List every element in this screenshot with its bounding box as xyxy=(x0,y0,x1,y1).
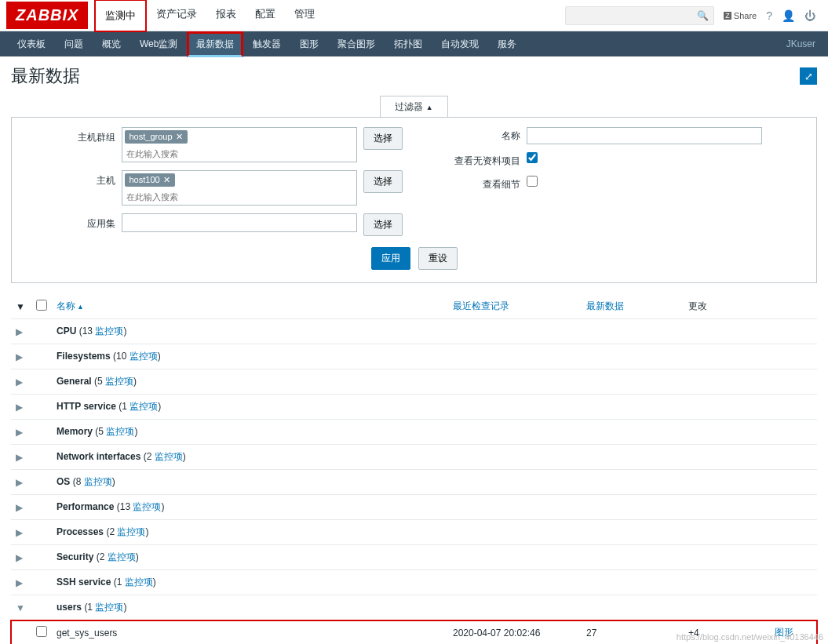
hostgroup-select-button[interactable]: 选择 xyxy=(363,127,403,150)
monitor-items-link[interactable]: 监控项 xyxy=(155,451,183,462)
category-count: (1 监控项) xyxy=(114,577,156,588)
appset-input[interactable] xyxy=(122,213,357,232)
host-label: 主机 xyxy=(67,170,115,187)
host-select[interactable]: host100✕ xyxy=(122,170,357,206)
hostgroup-search-input[interactable] xyxy=(122,146,348,162)
category-row: ▶HTTP service (1 监控项) xyxy=(11,395,817,420)
details-checkbox[interactable] xyxy=(527,176,538,187)
logout-icon[interactable]: ⏻ xyxy=(804,9,815,22)
host-tag-remove-icon[interactable]: ✕ xyxy=(163,175,170,184)
subnav-item-10[interactable]: 服务 xyxy=(488,31,526,57)
hostgroup-tag-label: host_group xyxy=(129,132,173,141)
name-input[interactable] xyxy=(527,127,762,144)
expand-toggle[interactable]: ▶ xyxy=(11,495,31,520)
topnav-item-0[interactable]: 监测中 xyxy=(94,0,147,32)
item-last-data: 27 xyxy=(582,620,684,645)
subnav-item-8[interactable]: 拓扑图 xyxy=(385,31,432,57)
appset-label: 应用集 xyxy=(67,213,115,231)
subnav-item-1[interactable]: 问题 xyxy=(55,31,93,57)
category-row: ▶General (5 监控项) xyxy=(11,369,817,395)
monitor-items-link[interactable]: 监控项 xyxy=(84,476,112,487)
current-user[interactable]: JKuser xyxy=(786,38,820,49)
expand-toggle[interactable]: ▶ xyxy=(11,319,31,344)
host-select-button[interactable]: 选择 xyxy=(363,170,403,193)
expand-toggle[interactable]: ▶ xyxy=(11,570,31,595)
select-all-checkbox[interactable] xyxy=(36,300,47,311)
subnav-item-4[interactable]: 最新数据 xyxy=(187,31,243,57)
expand-toggle[interactable]: ▶ xyxy=(11,545,31,570)
user-icon[interactable]: 👤 xyxy=(782,9,795,22)
subnav-item-2[interactable]: 概览 xyxy=(93,31,130,57)
monitor-items-link[interactable]: 监控项 xyxy=(95,326,123,337)
fullscreen-button[interactable]: ⤢ xyxy=(800,67,817,85)
filter-toggle[interactable]: 过滤器 ▲ xyxy=(380,96,447,117)
expand-toggle[interactable]: ▶ xyxy=(11,344,31,369)
expand-toggle[interactable]: ▶ xyxy=(11,520,31,545)
apply-button[interactable]: 应用 xyxy=(371,247,410,270)
monitor-items-link[interactable]: 监控项 xyxy=(108,551,136,562)
share-icon: Z xyxy=(724,12,731,20)
hostgroup-select[interactable]: host_group✕ xyxy=(122,127,357,162)
monitor-items-link[interactable]: 监控项 xyxy=(117,526,145,537)
subnav-item-0[interactable]: 仪表板 xyxy=(8,31,55,57)
details-label: 查看细节 xyxy=(450,176,520,191)
host-tag[interactable]: host100✕ xyxy=(125,173,175,187)
share-label: Share xyxy=(734,11,757,20)
expand-toggle[interactable]: ▶ xyxy=(11,395,31,420)
footer-watermark: https://blog.csdn.net/weixin_40136446 xyxy=(677,632,823,642)
expand-toggle[interactable]: ▶ xyxy=(11,445,31,470)
expand-toggle[interactable]: ▼ xyxy=(11,595,31,620)
monitor-items-link[interactable]: 监控项 xyxy=(105,376,133,387)
appset-select-button[interactable]: 选择 xyxy=(363,213,403,236)
noitems-checkbox[interactable] xyxy=(527,152,538,163)
topnav-item-1[interactable]: 资产记录 xyxy=(147,0,206,32)
item-checkbox[interactable] xyxy=(36,626,47,637)
category-name: Network interfaces xyxy=(57,451,140,462)
category-row: ▶Network interfaces (2 监控项) xyxy=(11,445,817,470)
subnav-item-9[interactable]: 自动发现 xyxy=(432,31,488,57)
top-right: 🔍 Z Share ? 👤 ⏻ xyxy=(565,6,828,25)
category-count: (8 监控项) xyxy=(73,476,115,487)
hostgroup-tag-remove-icon[interactable]: ✕ xyxy=(176,132,183,141)
subnav-item-7[interactable]: 聚合图形 xyxy=(328,31,385,57)
host-search-input[interactable] xyxy=(122,189,348,205)
subnav-item-5[interactable]: 触发器 xyxy=(243,31,290,57)
help-icon[interactable]: ? xyxy=(766,9,772,22)
monitor-items-link[interactable]: 监控项 xyxy=(106,426,134,437)
category-name: Memory xyxy=(57,426,93,437)
monitor-items-link[interactable]: 监控项 xyxy=(95,602,123,613)
noitems-label: 查看无资料项目 xyxy=(450,152,520,168)
col-name[interactable]: 名称▲ xyxy=(52,294,448,319)
monitor-items-link[interactable]: 监控项 xyxy=(129,351,158,362)
category-row: ▶Security (2 监控项) xyxy=(11,545,817,570)
hostgroup-tag[interactable]: host_group✕ xyxy=(125,130,188,144)
monitor-items-link[interactable]: 监控项 xyxy=(129,401,158,412)
category-count: (1 监控项) xyxy=(119,401,161,412)
category-name: HTTP service xyxy=(57,401,116,412)
category-name: Performance xyxy=(57,501,114,512)
subnav-item-3[interactable]: Web监测 xyxy=(130,31,187,57)
topnav-item-2[interactable]: 报表 xyxy=(206,0,246,32)
item-name[interactable]: get_sys_users xyxy=(52,620,448,645)
monitor-items-link[interactable]: 监控项 xyxy=(125,577,153,588)
share-button[interactable]: Z Share xyxy=(724,11,757,20)
subnav-item-6[interactable]: 图形 xyxy=(290,31,328,57)
topnav-item-4[interactable]: 管理 xyxy=(285,0,324,32)
expand-toggle[interactable]: ▶ xyxy=(11,369,31,395)
monitor-items-link[interactable]: 监控项 xyxy=(133,501,161,512)
col-last-data[interactable]: 最新数据 xyxy=(582,294,684,319)
logo[interactable]: ZABBIX xyxy=(6,2,88,29)
page-header: 最新数据 ⤢ xyxy=(0,56,828,96)
topnav-item-3[interactable]: 配置 xyxy=(246,0,285,32)
filter-body: 主机群组 host_group✕ 选择 主机 host100✕ 选择 xyxy=(11,117,817,283)
category-name: Security xyxy=(57,551,93,562)
collapse-all[interactable]: ▼ xyxy=(11,294,31,319)
name-label: 名称 xyxy=(450,127,520,143)
category-count: (2 监控项) xyxy=(144,451,186,462)
col-last-check[interactable]: 最近检查记录 xyxy=(448,294,582,319)
reset-button[interactable]: 重设 xyxy=(418,247,458,270)
search-input[interactable]: 🔍 xyxy=(565,6,714,25)
expand-toggle[interactable]: ▶ xyxy=(11,470,31,495)
expand-toggle[interactable]: ▶ xyxy=(11,420,31,445)
category-row: ▶Processes (2 监控项) xyxy=(11,520,817,545)
